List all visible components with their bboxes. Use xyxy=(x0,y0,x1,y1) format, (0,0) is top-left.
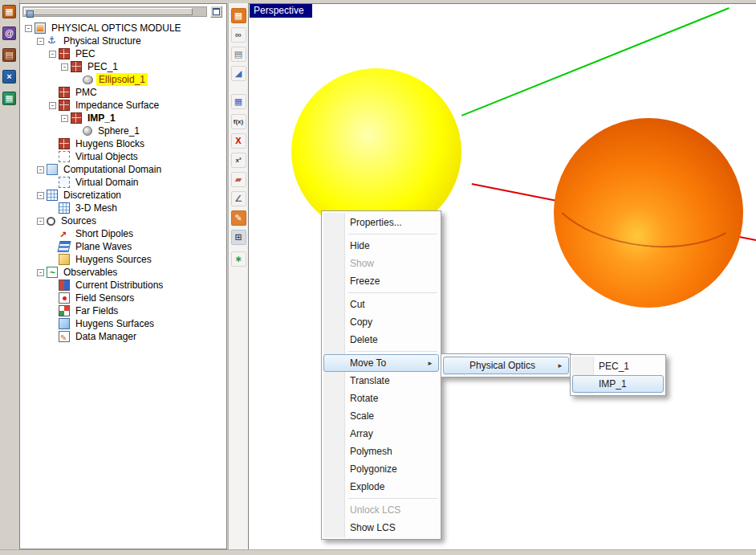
render-star-icon[interactable]: ∗ xyxy=(231,251,246,267)
menu-item-imp-1[interactable]: IMP_1 xyxy=(572,375,664,393)
matrix-module-icon[interactable]: × xyxy=(2,70,16,84)
tree-item-label: Virtual Domain xyxy=(73,176,140,189)
tree-item-virtual-objects[interactable]: Virtual Objects xyxy=(20,150,225,163)
menu-item-explode[interactable]: Explode xyxy=(323,478,439,496)
tree-item-impedance-surface[interactable]: -Impedance Surface xyxy=(20,99,225,112)
delete-x-icon[interactable]: X xyxy=(231,133,246,149)
menu-item-physical-optics[interactable]: Physical Optics► xyxy=(443,357,569,374)
symbols-table-icon[interactable]: ▦ xyxy=(231,8,246,23)
collapse-minus-icon[interactable]: - xyxy=(37,192,44,199)
menu-item-label: Explode xyxy=(350,481,384,492)
tree-item-pmc[interactable]: PMC xyxy=(20,86,225,99)
currents-icon xyxy=(59,280,70,291)
collapse-minus-icon[interactable]: - xyxy=(37,166,44,173)
virtual-domain-icon xyxy=(59,177,70,188)
tree-item-short-dipoles[interactable]: Short Dipoles xyxy=(20,227,225,240)
tree-item-discretization[interactable]: -Discretization xyxy=(20,189,225,202)
swirl-module-icon[interactable]: @ xyxy=(2,27,16,40)
menu-item-scale[interactable]: Scale xyxy=(323,407,439,425)
menu-item-label: Move To xyxy=(350,357,386,369)
menu-item-polygonize[interactable]: Polygonize xyxy=(323,460,439,478)
menu-item-cut[interactable]: Cut xyxy=(323,296,439,313)
tree-item-label: Short Dipoles xyxy=(73,227,136,240)
tree-item-physical-optics-module[interactable]: -PHYSICAL OPTICS MODULE xyxy=(20,22,225,35)
tree-top-scrollbar[interactable] xyxy=(22,6,207,17)
menu-item-pec-1[interactable]: PEC_1 xyxy=(572,357,664,375)
collapse-minus-icon[interactable]: - xyxy=(61,63,68,71)
menu-item-label: Physical Optics xyxy=(469,360,535,371)
tree-item-physical-structure[interactable]: -Physical Structure xyxy=(20,35,225,47)
tree-scrollbar-thumb[interactable] xyxy=(24,8,193,15)
tree-item-current-distributions[interactable]: Current Distributions xyxy=(20,279,225,292)
eraser-icon[interactable]: ▰ xyxy=(231,172,246,187)
menu-item-translate[interactable]: Translate xyxy=(323,372,439,390)
menu-separator xyxy=(348,292,437,293)
viewport-label: Perspective xyxy=(250,4,312,18)
menu-item-polymesh[interactable]: Polymesh xyxy=(323,443,439,460)
menu-item-show-lcs[interactable]: Show LCS xyxy=(323,519,439,537)
menu-item-freeze[interactable]: Freeze xyxy=(323,272,439,290)
menu-item-copy[interactable]: Copy xyxy=(323,313,439,331)
tree-item-huygens-blocks[interactable]: Huygens Blocks xyxy=(20,137,225,150)
tree-item-label: IMP_1 xyxy=(85,112,118,124)
tree-item-far-fields[interactable]: Far Fields xyxy=(20,304,225,317)
collapse-minus-icon[interactable]: - xyxy=(61,115,68,122)
collapse-minus-icon[interactable]: - xyxy=(25,25,32,32)
blocks-icon xyxy=(59,138,70,149)
tree-item-huygens-sources[interactable]: Huygens Sources xyxy=(20,253,225,266)
mesh-module-icon[interactable]: ▦ xyxy=(2,92,16,105)
tree-item-field-sensors[interactable]: Field Sensors xyxy=(20,292,225,304)
context-menu: Properties...HideShowFreezeCutCopyDelete… xyxy=(321,210,441,540)
sphere-equator-line xyxy=(554,118,743,259)
copy-sheets-icon[interactable]: ▤ xyxy=(231,47,246,62)
collapse-minus-icon[interactable]: - xyxy=(37,38,44,45)
geometry-icon-glyph: ◢ xyxy=(235,69,242,78)
menu-item-hide[interactable]: Hide xyxy=(323,237,439,255)
collapse-minus-icon[interactable]: - xyxy=(37,218,44,225)
connect-nodes-icon[interactable]: ∞ xyxy=(231,27,246,43)
calculator-icon[interactable]: ⊞ xyxy=(231,230,246,245)
menu-item-rotate[interactable]: Rotate xyxy=(323,390,439,407)
tree-item-pec-1[interactable]: -PEC_1 xyxy=(20,60,225,73)
blocks-icon xyxy=(71,112,82,124)
project-grid-icon[interactable]: ▦ xyxy=(2,5,16,18)
sphere-object[interactable] xyxy=(554,118,743,308)
tree-item-virtual-domain[interactable]: Virtual Domain xyxy=(20,176,225,189)
menu-item-label: Translate xyxy=(350,375,390,386)
function-icon[interactable]: f(x) xyxy=(231,114,246,129)
tree-item-computational-domain[interactable]: -Computational Domain xyxy=(20,163,225,176)
collapse-minus-icon[interactable]: - xyxy=(49,51,56,58)
tree-item-huygens-surfaces[interactable]: Huygens Surfaces xyxy=(20,317,225,330)
menu-item-label: Hide xyxy=(350,240,370,251)
material-module-icon[interactable]: ▤ xyxy=(2,48,16,62)
menu-item-array[interactable]: Array xyxy=(323,425,439,443)
tree-item-imp-1[interactable]: -IMP_1 xyxy=(20,112,225,124)
tree-item-label: Ellipsoid_1 xyxy=(96,73,148,86)
menu-item-properties[interactable]: Properties... xyxy=(323,214,439,231)
edit-notes-icon[interactable]: ✎ xyxy=(231,210,246,226)
comp-domain-icon xyxy=(47,164,58,175)
tree-item-plane-waves[interactable]: Plane Waves xyxy=(20,240,225,253)
tree-item-sources[interactable]: -Sources xyxy=(20,214,225,227)
tree-item-3-d-mesh[interactable]: 3-D Mesh xyxy=(20,202,225,214)
submenu-arrow-icon: ► xyxy=(557,357,563,374)
tree-item-ellipsoid-1[interactable]: Ellipsoid_1 xyxy=(20,73,225,86)
function-icon-glyph: f(x) xyxy=(234,119,243,125)
compass-icon[interactable]: ∠ xyxy=(231,191,246,206)
menu-item-delete[interactable]: Delete xyxy=(323,331,439,349)
tree-item-sphere-1[interactable]: Sphere_1 xyxy=(20,124,225,137)
observables-icon xyxy=(47,267,58,278)
tree-item-data-manager[interactable]: Data Manager xyxy=(20,330,225,343)
collapse-minus-icon[interactable]: - xyxy=(37,269,44,276)
collapse-pane-button[interactable] xyxy=(210,6,222,18)
menu-item-move-to[interactable]: Move To► xyxy=(323,354,439,372)
tree-item-pec[interactable]: -PEC xyxy=(20,47,225,60)
collapse-minus-icon[interactable]: - xyxy=(49,102,56,109)
tree-item-observables[interactable]: -Observables xyxy=(20,266,225,279)
geometry-icon[interactable]: ◢ xyxy=(231,66,246,81)
superscript-icon[interactable]: x² xyxy=(231,153,246,168)
menu-separator xyxy=(348,498,437,499)
grid-table-icon[interactable]: ▦ xyxy=(231,94,246,109)
ellipsoid-icon xyxy=(83,75,93,84)
tree-item-label: Sources xyxy=(59,214,99,227)
